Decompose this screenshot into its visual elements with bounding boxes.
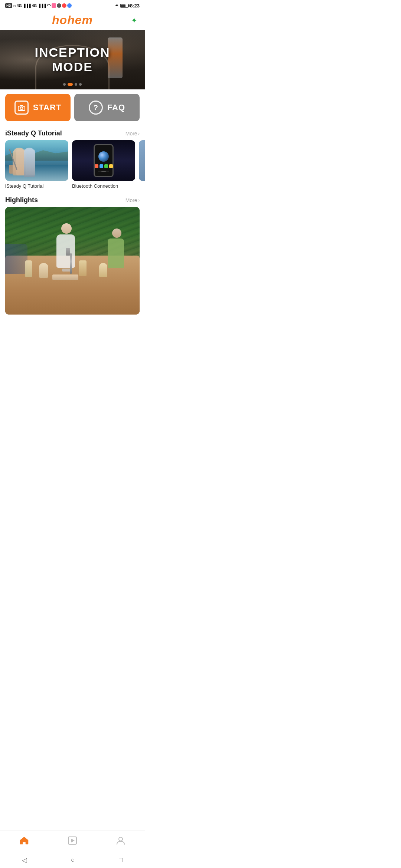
banner-line2: MODE: [35, 60, 110, 74]
faq-label: FAQ: [107, 103, 125, 112]
tutorial-thumb-1: [5, 140, 68, 181]
battery-icon: [120, 4, 128, 8]
network-icon: n: [13, 4, 16, 8]
highlights-section: [0, 207, 145, 318]
tutorial-card-2-label: Bluetooth Connection: [72, 183, 135, 189]
wifi-icon: ◠: [47, 3, 50, 8]
highlights-section-header: Highlights More ›: [0, 193, 145, 207]
tutorial-card-1-label: iSteady Q Tutorial: [5, 183, 68, 189]
action-buttons: START ? FAQ: [0, 89, 145, 126]
status-left: HD n 4G ▐▐▐ 4G ▐▐▐ ◠: [5, 3, 72, 8]
dot-4[interactable]: [79, 83, 82, 86]
start-button[interactable]: START: [5, 94, 71, 121]
app-icons: [52, 3, 72, 8]
highlights-section-title: Highlights: [5, 196, 38, 204]
dot-2[interactable]: [68, 83, 73, 86]
chevron-right-icon: ›: [138, 131, 140, 136]
banner-pagination: [63, 83, 82, 86]
tutorial-more-link[interactable]: More ›: [125, 131, 140, 137]
app-header: hohem ✦: [0, 10, 145, 30]
main-content: INCEPTION MODE START ? FAQ: [0, 30, 145, 355]
tutorial-card-partial: [139, 140, 145, 181]
camera-icon: [14, 101, 29, 115]
dot-3[interactable]: [75, 83, 77, 86]
time-display: 8:23: [130, 3, 140, 9]
tutorial-cards-scroll: iSteady Q Tutorial: [0, 140, 145, 193]
hd-badge: HD: [5, 3, 12, 8]
svg-point-3: [23, 106, 24, 107]
faq-button[interactable]: ? FAQ: [74, 94, 140, 121]
highlights-chevron-right-icon: ›: [138, 197, 140, 203]
dot-1[interactable]: [63, 83, 66, 86]
lte-icon: 4G: [17, 4, 22, 8]
svg-rect-2: [20, 105, 23, 106]
lte2-icon: 4G: [32, 4, 37, 8]
highlights-image[interactable]: [5, 207, 140, 315]
status-bar: HD n 4G ▐▐▐ 4G ▐▐▐ ◠ ⚭ 8:23: [0, 0, 145, 10]
banner-text: INCEPTION MODE: [35, 45, 110, 74]
highlights-more-label: More: [125, 197, 137, 203]
banner-line1: INCEPTION: [35, 45, 110, 60]
hero-banner[interactable]: INCEPTION MODE: [0, 30, 145, 89]
status-right: ⚭ 8:23: [115, 3, 140, 9]
tutorial-section-header: iSteady Q Tutorial More ›: [0, 126, 145, 140]
tutorial-card-1[interactable]: iSteady Q Tutorial: [5, 140, 68, 189]
tutorial-section-title: iSteady Q Tutorial: [5, 129, 62, 137]
signal-bars-2: ▐▐▐: [38, 4, 46, 8]
signal-bars-1: ▐▐▐: [23, 4, 30, 8]
highlights-more-link[interactable]: More ›: [125, 197, 140, 203]
question-icon: ?: [89, 101, 103, 115]
bluetooth-status-icon: ⚭: [115, 3, 119, 9]
bluetooth-header-icon[interactable]: ✦: [131, 16, 137, 25]
more-label: More: [125, 131, 137, 137]
start-label: START: [33, 103, 62, 112]
app-logo: hohem: [52, 13, 93, 27]
svg-point-1: [20, 107, 23, 110]
tutorial-thumb-2: [72, 140, 135, 181]
tutorial-card-2[interactable]: Bluetooth Connection: [72, 140, 135, 189]
